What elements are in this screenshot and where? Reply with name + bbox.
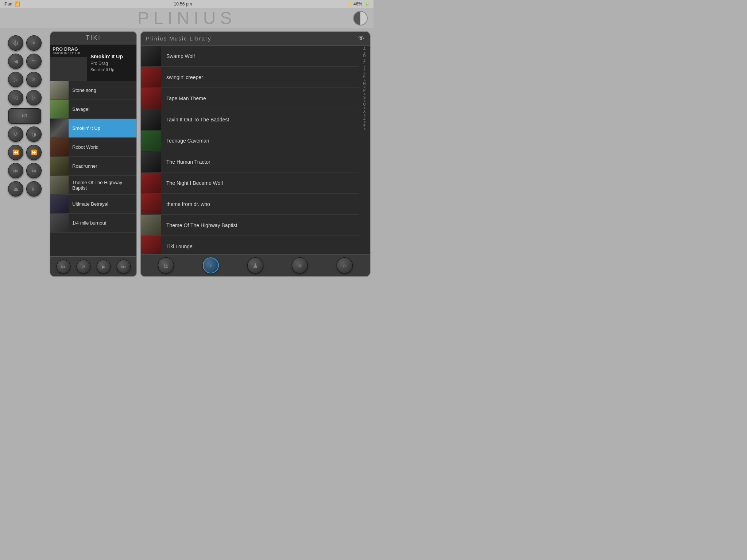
alpha-letter[interactable]: P (363, 89, 366, 93)
song-name: Ultimate Betrayal (69, 201, 136, 207)
app-header: PLINIUS (0, 8, 374, 28)
device-label: iPad (4, 1, 12, 7)
tiki-song-item[interactable]: Ultimate Betrayal (50, 195, 136, 214)
alpha-letter[interactable]: D (363, 54, 365, 58)
tiki-song-item[interactable]: Savage! (50, 100, 136, 119)
alpha-letter[interactable]: A (363, 47, 366, 51)
song-art-image (50, 119, 69, 137)
alpha-dot (364, 93, 365, 95)
tiki-header: TIKI (50, 32, 136, 44)
power-button[interactable]: ⏻ (8, 35, 23, 51)
time-display: 10:56 pm (174, 1, 192, 7)
alpha-letter[interactable]: # (363, 124, 365, 127)
alpha-dot (364, 100, 365, 102)
alpha-dot (364, 86, 365, 88)
lib-art-image (141, 173, 161, 193)
library-song-item[interactable]: swingin' creeper (141, 67, 359, 88)
lib-song-name: Teenage Caveman (161, 138, 359, 144)
mute-button[interactable]: ✕ (26, 72, 42, 87)
tiki-song-item[interactable]: 1/4 mile burnout (50, 214, 136, 233)
song-art-image (50, 81, 69, 100)
song-art-image (50, 157, 69, 175)
albums-tab[interactable]: ⊞ (158, 257, 174, 273)
ffw-button[interactable]: ⏩ (26, 145, 42, 160)
alpha-letter[interactable]: X (363, 110, 366, 113)
lib-song-name: The Night I Became Wolf (161, 180, 359, 186)
skip-fwd-button[interactable]: ⏭ (26, 163, 42, 178)
skip-back-button[interactable]: ⏮ (8, 163, 23, 178)
library-list: Swamp Wolf swingin' creeper Tape Man The… (141, 46, 370, 254)
song-art (50, 138, 69, 156)
wave-button[interactable]: 〜 (26, 54, 42, 69)
library-song-item[interactable]: Theme Of The Highway Baptist (141, 215, 359, 236)
lib-song-name: theme from dr. who (161, 201, 359, 207)
eject-button[interactable]: ⏏ (8, 181, 23, 197)
rew-button[interactable]: ⏪ (8, 145, 23, 160)
bass-right-button[interactable]: ▷ (26, 90, 42, 105)
lib-art (141, 88, 161, 109)
song-art (50, 81, 69, 100)
ctrl-row-7: ⏮ ⏭ (8, 163, 42, 178)
music-tab[interactable]: ♪ (203, 257, 219, 273)
list-tab[interactable]: ≡ (292, 257, 308, 273)
library-song-item[interactable]: Taxin It Out To The Baddest (141, 109, 359, 130)
tiki-song-item[interactable]: Theme Of The Highway Baptist (50, 176, 136, 195)
alpha-letter[interactable]: F (363, 61, 365, 65)
tiki-song-item[interactable]: Robot World (50, 138, 136, 157)
library-song-item[interactable]: Tiki Lounge (141, 236, 359, 254)
refresh-button[interactable]: ↺ (8, 127, 23, 142)
artists-tab[interactable]: ♟ (247, 257, 263, 273)
alpha-letter[interactable]: S (363, 96, 366, 100)
lib-art (141, 194, 161, 214)
alpha-letter[interactable]: U (363, 103, 365, 106)
alpha-letter[interactable]: I (364, 68, 365, 72)
ctrl-row-4: ◁ ▷ (8, 90, 42, 105)
bass-left-button[interactable]: ◁ (8, 90, 23, 105)
library-items: Swamp Wolf swingin' creeper Tape Man The… (141, 46, 359, 254)
song-art (50, 214, 69, 232)
library-song-item[interactable]: Swamp Wolf (141, 46, 359, 67)
ht-button[interactable]: HT (8, 108, 41, 124)
alpha-dot (364, 107, 365, 109)
lib-song-name: swingin' creeper (161, 74, 359, 80)
tiki-rewind-button[interactable]: ⏮ (57, 260, 70, 273)
alpha-letter[interactable]: N (363, 82, 365, 86)
tiki-song-item[interactable]: Roadrunner (50, 157, 136, 176)
tiki-song-list: Stone song Savage! Smokin' It Up Robot W… (50, 81, 136, 256)
theme-toggle-icon[interactable] (353, 11, 368, 26)
eye-icon[interactable]: 👁 (358, 35, 365, 42)
search-tab[interactable]: ⌕ (337, 257, 353, 273)
battery-label: 46% (353, 1, 362, 7)
tiki-refresh-button[interactable]: ↺ (77, 260, 90, 273)
lib-song-name: Theme Of The Highway Baptist (161, 222, 359, 228)
status-right: 🌙 46% 🔋 (346, 1, 370, 7)
vol-low-button[interactable]: ▷ (8, 72, 23, 87)
volume-down-button[interactable]: ◀ (8, 54, 23, 69)
brightness-button[interactable]: ✦ (26, 35, 42, 51)
library-song-item[interactable]: theme from dr. who (141, 194, 359, 215)
tiki-play-button[interactable]: ▶ (97, 260, 111, 273)
library-song-item[interactable]: The Human Tractor (141, 151, 359, 172)
alpha-letter[interactable]: K (363, 75, 366, 79)
ctrl-row-ht: HT (8, 108, 41, 124)
ctrl-row-6: ⏪ ⏩ (8, 145, 42, 160)
library-song-item[interactable]: Teenage Caveman (141, 130, 359, 151)
library-song-item[interactable]: Tape Man Theme (141, 88, 359, 109)
alpha-dot (364, 121, 365, 123)
library-song-item[interactable]: The Night I Became Wolf (141, 172, 359, 194)
now-playing-album: Pro Drag (90, 61, 123, 66)
now-playing-section: PRO DRAG SMOKIN' IT UP Smokin' It Up Pro… (50, 44, 136, 81)
alpha-letter[interactable]: Z (363, 117, 365, 120)
dim-button[interactable]: ◑ (26, 127, 42, 142)
tiki-song-item[interactable]: Stone song (50, 81, 136, 100)
status-left: iPad 📶 (4, 1, 20, 7)
now-playing-album-art: PRO DRAG SMOKIN' IT UP (50, 44, 87, 57)
song-art (50, 119, 69, 137)
song-name: Roadrunner (69, 163, 136, 169)
play-next-button[interactable]: ⏵ (26, 181, 42, 197)
left-control-panel: ⏻ ✦ ◀ 〜 ▷ ✕ ◁ ▷ HT ↺ ◑ ⏪ ⏩ ⏮ ⏭ (3, 31, 47, 277)
now-playing-art: PRO DRAG SMOKIN' IT UP (50, 44, 87, 81)
tiki-ffw-button[interactable]: ⏭ (117, 260, 131, 273)
tiki-song-item[interactable]: Smokin' It Up (50, 119, 136, 138)
lib-song-name: Swamp Wolf (161, 53, 359, 59)
